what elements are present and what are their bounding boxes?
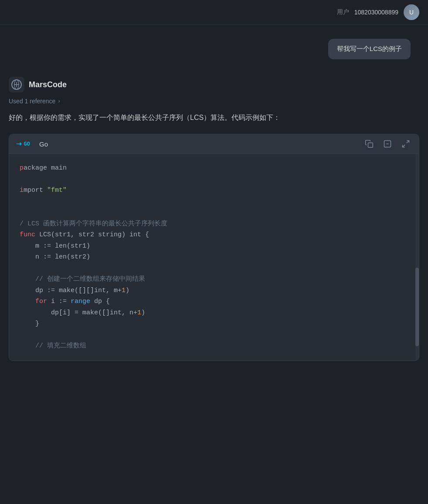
code-line-16 (20, 330, 408, 341)
expand-button[interactable] (400, 139, 412, 149)
svg-rect-5 (368, 143, 373, 148)
code-line-15: } (20, 318, 408, 330)
chevron-right-icon: › (58, 98, 60, 104)
code-line-10 (20, 263, 408, 274)
user-label: 用户 (337, 8, 349, 16)
code-block-header: ⇢ GO Go (9, 134, 419, 154)
marscode-logo (9, 77, 24, 92)
assistant-section: MarsCode Used 1 reference › 好的，根据你的需求，实现… (0, 70, 428, 361)
code-content: package main import "fmt" / LCS 函数计算两个字符… (9, 154, 419, 361)
collapse-button[interactable] (381, 139, 394, 149)
top-bar: 用户 1082030008899 U (0, 0, 428, 25)
scrollbar-thumb[interactable] (415, 268, 419, 346)
expand-icon (401, 140, 410, 148)
go-logo: ⇢ GO (16, 140, 36, 148)
assistant-name: MarsCode (29, 80, 67, 89)
avatar[interactable]: U (404, 4, 419, 20)
code-line-11: // 创建一个二维数组来存储中间结果 (20, 274, 408, 285)
code-actions (363, 139, 412, 149)
code-line-6: / LCS 函数计算两个字符串的最长公共子序列长度 (20, 218, 408, 230)
user-message-text: 帮我写一个LCS的例子 (337, 45, 402, 52)
code-block: ⇢ GO Go (9, 134, 419, 361)
user-message-bubble: 帮我写一个LCS的例子 (328, 39, 411, 59)
go-logo-svg: GO (24, 140, 36, 148)
code-line-7: func LCS(str1, str2 string) int { (20, 229, 408, 241)
code-line-2 (20, 174, 408, 185)
code-line-4 (20, 196, 408, 208)
code-line-17: // 填充二维数组 (20, 341, 408, 352)
collapse-icon (383, 140, 392, 148)
used-reference-text: Used 1 reference (9, 98, 55, 105)
copy-icon (365, 140, 374, 148)
assistant-header: MarsCode (0, 70, 428, 96)
mars-logo-svg (10, 78, 23, 91)
code-line-5 (20, 207, 408, 218)
code-line-9: n := len(str2) (20, 252, 408, 263)
code-line-14: dp[i] = make([]int, n+1) (20, 307, 408, 319)
assistant-intro-text: 好的，根据你的需求，实现了一个简单的最长公共子序列（LCS）算法。代码示例如下： (0, 109, 428, 130)
code-line-8: m := len(str1) (20, 241, 408, 252)
code-line-3: import "fmt" (20, 185, 408, 196)
svg-line-8 (407, 141, 409, 143)
code-line-13: for i := range dp { (20, 296, 408, 307)
svg-line-9 (403, 145, 405, 147)
svg-text:GO: GO (24, 140, 31, 147)
user-id: 1082030008899 (354, 9, 398, 16)
language-badge: ⇢ GO Go (16, 140, 48, 148)
used-reference-row[interactable]: Used 1 reference › (0, 96, 428, 109)
code-line-1: package main (20, 163, 408, 174)
copy-button[interactable] (363, 139, 375, 149)
go-arrow-icon: ⇢ (16, 140, 22, 148)
code-line-12: dp := make([][]int, m+1) (20, 285, 408, 296)
language-name: Go (39, 140, 48, 148)
scrollbar-track[interactable] (415, 154, 419, 361)
